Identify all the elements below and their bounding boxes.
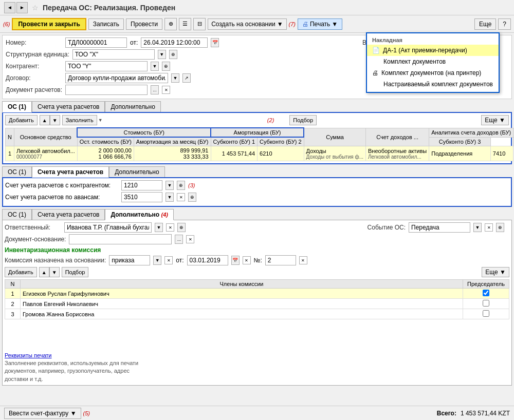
dropdown-item-custom-kit[interactable]: Настраиваемый комплект документов (367, 79, 499, 90)
account2-clear-icon[interactable]: ✕ (177, 193, 185, 201)
commission-date-field[interactable] (187, 255, 228, 265)
os-up-icon[interactable]: ▲ (40, 115, 50, 125)
event-edit-icon[interactable]: ⊕ (496, 223, 504, 232)
dropdown-item-kit[interactable]: Комплект документов (367, 56, 499, 67)
commission-dropdown-icon[interactable]: ▼ (153, 256, 161, 265)
os-select-button[interactable]: Подбор (289, 115, 317, 125)
table-row[interactable]: 1 Легковой автомобил... 000000077 2 000 … (6, 146, 515, 161)
tab-os1c[interactable]: ОС (1) (2, 209, 32, 220)
members-down-icon[interactable]: ▼ (49, 267, 60, 277)
total-section: Всего: 1 453 571,44 KZT (437, 410, 510, 417)
docpayment-dots-icon[interactable]: ... (151, 85, 159, 94)
account2-field[interactable] (121, 192, 162, 202)
commission-no-field[interactable] (265, 255, 296, 265)
member2-chair-check[interactable] (483, 300, 489, 307)
help-button[interactable]: ? (498, 18, 511, 30)
docbase-dots-icon[interactable]: ... (175, 235, 183, 244)
member3-chair (463, 309, 509, 319)
responsible-clear-icon[interactable]: ✕ (166, 223, 174, 232)
tab-additional-b[interactable]: Дополнительно (109, 166, 164, 177)
number-field[interactable] (65, 37, 127, 48)
dropdown-item-da1[interactable]: 📄 ДА-1 (Акт приемки-передачи) (367, 45, 499, 56)
commission-no-clear-icon[interactable]: ✕ (299, 256, 307, 264)
os-fill-button[interactable]: Заполнить (62, 115, 97, 125)
col-subconto1: Субконто (БУ) 1 (211, 137, 258, 146)
member3-name: Громова Жанна Борисовна (21, 309, 463, 319)
member1-chair (463, 289, 509, 299)
print-icon: 🖨 (302, 21, 308, 28)
esche-button[interactable]: Еще (474, 18, 496, 30)
create-base-button[interactable]: Создать на основании ▼ (208, 18, 286, 30)
counterparty-edit-icon[interactable]: ⊕ (162, 62, 170, 71)
icon-btn3[interactable]: ⊟ (193, 18, 206, 30)
account1-edit-icon[interactable]: ⊕ (177, 181, 185, 190)
account2-label: Счет учета расчетов по авансам: (5, 194, 118, 201)
member3-n: 3 (5, 309, 21, 319)
member1-chair-check[interactable] (483, 290, 489, 296)
unit-dropdown-icon[interactable]: ▼ (158, 50, 166, 59)
invoice-button[interactable]: Ввести счет-фактуру ▼ (4, 408, 81, 419)
icon-btn1[interactable]: ⊕ (164, 18, 177, 30)
responsible-label: Ответственный: (5, 224, 61, 231)
docbase-label: Документ-основание: (5, 236, 66, 243)
commission-date-clear-icon[interactable]: ✕ (243, 256, 251, 264)
os-esche-button[interactable]: Еще ▼ (481, 115, 509, 125)
members-up-icon[interactable]: ▲ (39, 267, 49, 277)
tab-accounts[interactable]: Счета учета расчетов (32, 101, 105, 112)
date-field[interactable] (141, 37, 208, 48)
forward-button[interactable]: ► (16, 2, 28, 13)
docbase-clear-icon[interactable]: ✕ (186, 235, 194, 243)
event-dropdown-icon[interactable]: ▼ (473, 223, 482, 232)
calendar-icon[interactable]: 📅 (211, 38, 219, 47)
tab-accounts-b[interactable]: Счета учета расчетов (32, 166, 109, 178)
number-label: Номер: (6, 39, 62, 46)
post-close-button[interactable]: Провести и закрыть (12, 18, 86, 30)
counterparty-field[interactable] (65, 61, 148, 71)
members-select-button[interactable]: Подбор (62, 267, 89, 277)
post-button[interactable]: Провести (126, 18, 162, 30)
contract-field[interactable] (65, 73, 168, 83)
tab-os1[interactable]: ОС (1) (2, 101, 32, 112)
contract-dropdown-icon[interactable]: ▼ (171, 73, 179, 83)
accounts-tab-content: Счет учета расчетов с контрагентом: ▼ ⊕ … (2, 177, 512, 207)
tab-additional-c[interactable]: Дополнительно (4) (105, 209, 173, 220)
members-add-button[interactable]: Добавить (5, 267, 37, 277)
member-row-1[interactable]: 1 Егизеков Руслан Гарифулинович (5, 289, 509, 299)
print-button[interactable]: 🖨 Печать ▼ (298, 18, 342, 30)
docpayment-field[interactable] (65, 85, 148, 95)
responsible-field[interactable] (64, 222, 152, 233)
commission-clear-icon[interactable]: ✕ (164, 256, 173, 264)
unit-field[interactable] (72, 49, 155, 60)
event-field[interactable] (409, 222, 470, 233)
docbase-field[interactable] (69, 234, 172, 244)
responsible-dropdown-icon[interactable]: ▼ (155, 223, 163, 232)
tab-additional[interactable]: Дополнительно (105, 101, 160, 112)
tab-os1b[interactable]: ОС (1) (2, 166, 32, 177)
account1-row: Счет учета расчетов с контрагентом: ▼ ⊕ … (5, 180, 509, 190)
account1-field[interactable] (121, 180, 162, 190)
account2-edit-icon[interactable]: ⊕ (188, 193, 196, 202)
favorite-icon[interactable]: ☆ (32, 4, 39, 12)
member-row-3[interactable]: 3 Громова Жанна Борисовна (5, 309, 509, 319)
dropdown-item-kit-printer[interactable]: 🖨 Комплект документов (на принтер) (367, 67, 499, 79)
docpayment-clear-icon[interactable]: ✕ (162, 86, 170, 94)
account2-dropdown-icon[interactable]: ▼ (166, 193, 174, 202)
save-button[interactable]: Записать (88, 18, 124, 30)
member-row-2[interactable]: 2 Павлов Евгений Николаевич (5, 299, 509, 309)
os-add-button[interactable]: Добавить (5, 115, 38, 125)
rekvizity-link[interactable]: Реквизиты печати (5, 352, 509, 358)
counterparty-dropdown-icon[interactable]: ▼ (151, 62, 159, 71)
commission-calendar-icon[interactable]: 📅 (231, 256, 240, 265)
icon-btn2[interactable]: ☰ (179, 18, 191, 30)
event-clear-icon[interactable]: ✕ (485, 223, 493, 232)
member3-chair-check[interactable] (483, 310, 489, 317)
contract-edit-icon[interactable]: ↗ (182, 73, 191, 83)
unit-edit-icon[interactable]: ⊕ (169, 50, 177, 59)
responsible-edit-icon[interactable]: ⊕ (177, 223, 186, 232)
members-esche-button[interactable]: Еще ▼ (482, 267, 509, 277)
back-button[interactable]: ◄ (4, 2, 15, 13)
tab-accounts-c[interactable]: Счета учета расчетов (32, 209, 105, 220)
account1-dropdown-icon[interactable]: ▼ (166, 181, 174, 190)
os-down-icon[interactable]: ▼ (50, 115, 60, 125)
commission-field[interactable] (109, 255, 150, 265)
